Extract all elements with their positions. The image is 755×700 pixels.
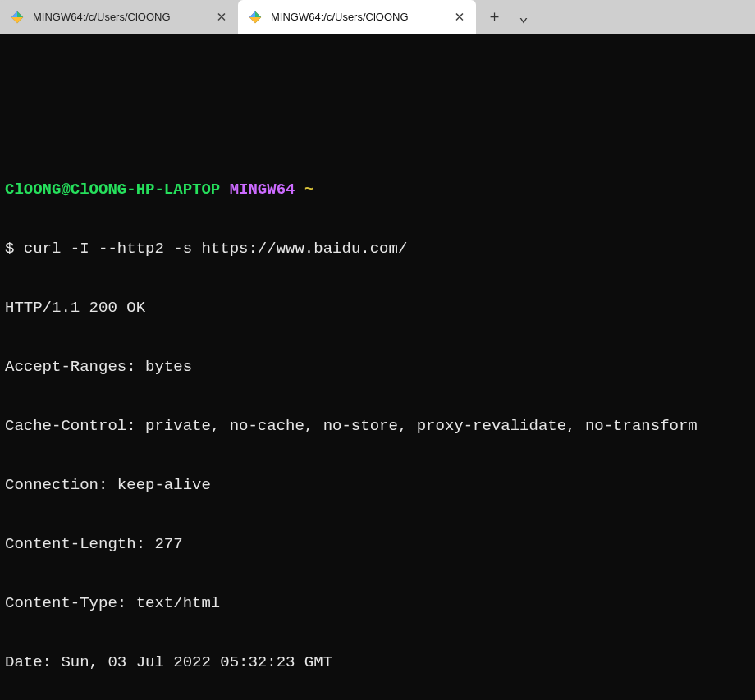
svg-marker-3 — [11, 17, 23, 23]
tab-inactive[interactable]: MINGW64:/c/Users/ClOONG ✕ — [0, 0, 238, 34]
tab-title: MINGW64:/c/Users/ClOONG — [33, 7, 205, 27]
new-tab-button[interactable]: ＋ — [481, 4, 507, 30]
svg-marker-7 — [249, 17, 261, 23]
tab-title: MINGW64:/c/Users/ClOONG — [271, 7, 443, 27]
prompt-userhost: ClOONG@ClOONG-HP-LAPTOP — [5, 181, 220, 199]
prompt-path: ~ — [304, 181, 313, 199]
response-header: Content-Length: 277 — [5, 534, 750, 554]
response-header: Content-Type: text/html — [5, 593, 750, 613]
tab-controls: ＋ ⌄ — [476, 4, 542, 30]
prompt-dollar: $ — [5, 240, 14, 258]
close-icon[interactable]: ✕ — [451, 9, 468, 25]
tab-bar: MINGW64:/c/Users/ClOONG ✕ MINGW64:/c/Use… — [0, 0, 755, 34]
prompt-env: MINGW64 — [230, 181, 295, 199]
gitbash-icon — [248, 10, 263, 25]
response-header: Accept-Ranges: bytes — [5, 357, 750, 377]
tab-dropdown-button[interactable]: ⌄ — [510, 4, 537, 30]
response-header: HTTP/1.1 200 OK — [5, 298, 750, 318]
response-header: Cache-Control: private, no-cache, no-sto… — [5, 416, 750, 436]
response-header: Date: Sun, 03 Jul 2022 05:32:23 GMT — [5, 652, 750, 672]
prompt-line: ClOONG@ClOONG-HP-LAPTOP MINGW64 ~ — [5, 180, 750, 199]
command-line: $ curl -I --http2 -s https://www.baidu.c… — [5, 239, 750, 258]
close-icon[interactable]: ✕ — [213, 9, 230, 25]
gitbash-icon — [10, 10, 25, 25]
terminal-output[interactable]: ClOONG@ClOONG-HP-LAPTOP MINGW64 ~ $ curl… — [0, 34, 755, 700]
command-text: curl -I --http2 -s https://www.baidu.com… — [24, 240, 407, 258]
response-header: Connection: keep-alive — [5, 475, 750, 495]
tab-active[interactable]: MINGW64:/c/Users/ClOONG ✕ — [238, 0, 476, 34]
